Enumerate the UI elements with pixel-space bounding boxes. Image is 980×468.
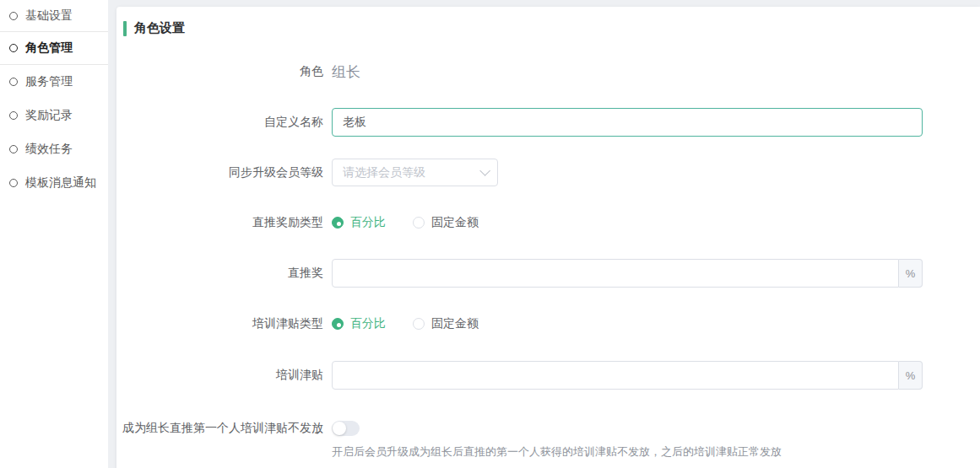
sidebar-item-label: 角色管理 <box>25 40 73 56</box>
direct-reward-label: 直推奖 <box>116 266 323 281</box>
sync-level-label: 同步升级会员等级 <box>116 165 323 180</box>
training-allowance-input[interactable] <box>332 361 899 390</box>
sidebar-item-service-management[interactable]: 服务管理 <box>0 65 108 99</box>
switch-knob <box>333 422 346 435</box>
chevron-down-icon <box>479 165 490 176</box>
circle-icon <box>9 111 18 120</box>
custom-name-label: 自定义名称 <box>116 115 323 130</box>
circle-icon <box>9 78 18 86</box>
sidebar-item-role-management[interactable]: 角色管理 <box>0 31 108 65</box>
sidebar-item-template-message[interactable]: 模板消息通知 <box>0 166 108 200</box>
radio-fixed-amount[interactable]: 固定金额 <box>413 215 479 230</box>
first-person-toggle-row: 成为组长直推第一个人培训津贴不发放 <box>116 420 980 437</box>
training-allowance-label: 培训津贴 <box>116 368 323 383</box>
circle-icon <box>9 12 18 20</box>
sync-level-row: 同步升级会员等级 请选择会员等级 <box>116 159 980 186</box>
sidebar: 基础设置 角色管理 服务管理 奖励记录 绩效任务 模板消息通知 <box>0 0 108 468</box>
radio-dot-icon <box>413 318 425 330</box>
direct-reward-type-row: 直推奖励类型 百分比 固定金额 <box>116 214 980 231</box>
percent-suffix: % <box>899 361 923 390</box>
direct-reward-type-label: 直推奖励类型 <box>116 215 323 230</box>
circle-icon <box>9 145 18 153</box>
radio-fixed-amount[interactable]: 固定金额 <box>413 316 479 331</box>
page-title: 角色设置 <box>123 20 185 36</box>
toggle-helper-text: 开启后会员升级成为组长后直推的第一个人获得的培训津贴不发放，之后的培训津贴正常发… <box>332 444 782 460</box>
first-person-toggle-label: 成为组长直推第一个人培训津贴不发放 <box>116 421 323 436</box>
select-placeholder: 请选择会员等级 <box>343 165 425 180</box>
sidebar-item-performance-tasks[interactable]: 绩效任务 <box>0 132 108 166</box>
training-allowance-type-row: 培训津贴类型 百分比 固定金额 <box>116 315 980 332</box>
role-settings-panel: 角色设置 角色 组长 自定义名称 同步升级会员等级 请选择会员等级 直推奖励类型… <box>116 7 980 468</box>
percent-suffix: % <box>899 259 923 288</box>
role-row: 角色 组长 <box>116 62 980 81</box>
radio-dot-icon <box>332 318 344 330</box>
sidebar-item-label: 模板消息通知 <box>25 175 96 191</box>
sidebar-item-basic-settings[interactable]: 基础设置 <box>0 0 108 31</box>
sidebar-item-label: 绩效任务 <box>25 142 73 157</box>
radio-percentage[interactable]: 百分比 <box>332 215 386 230</box>
sidebar-item-label: 奖励记录 <box>25 108 73 123</box>
member-level-select[interactable]: 请选择会员等级 <box>332 159 498 186</box>
sidebar-item-label: 服务管理 <box>25 74 73 89</box>
training-allowance-type-label: 培训津贴类型 <box>116 316 323 331</box>
training-allowance-row: 培训津贴 % <box>116 361 980 390</box>
first-person-toggle-switch[interactable] <box>332 421 360 436</box>
circle-icon <box>9 179 18 187</box>
role-value: 组长 <box>332 62 360 82</box>
radio-percentage[interactable]: 百分比 <box>332 316 386 331</box>
custom-name-input[interactable] <box>332 108 923 137</box>
sidebar-item-reward-records[interactable]: 奖励记录 <box>0 99 108 132</box>
direct-reward-row: 直推奖 % <box>116 259 980 288</box>
sidebar-item-label: 基础设置 <box>25 8 73 24</box>
radio-dot-icon <box>413 217 425 229</box>
role-label: 角色 <box>116 64 323 79</box>
direct-reward-input[interactable] <box>332 259 899 288</box>
title-accent-bar <box>123 21 127 36</box>
custom-name-row: 自定义名称 <box>116 108 980 137</box>
circle-icon <box>9 44 18 52</box>
radio-dot-icon <box>332 217 344 229</box>
